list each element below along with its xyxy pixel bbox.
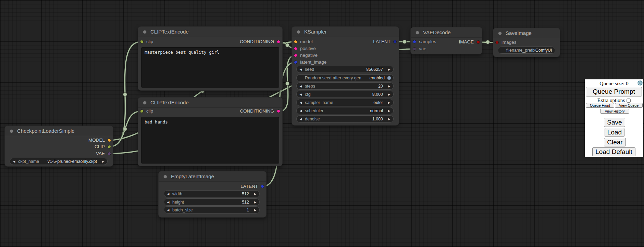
random-seed-toggle-widget[interactable]: Random seed after every gen enabled (296, 74, 394, 81)
wire-midpoint-dot[interactable] (486, 40, 490, 44)
steps-widget[interactable]: ◀ steps 20 ▶ (296, 82, 394, 90)
wire-midpoint-dot[interactable] (403, 40, 407, 44)
slot-label: LATENT (240, 184, 258, 189)
queue-front-button[interactable]: Queue Front (586, 103, 614, 108)
increment-arrow-icon[interactable]: ▶ (99, 160, 107, 163)
input-dot-latent-image[interactable] (294, 61, 297, 64)
load-default-button[interactable]: Load Default (592, 147, 635, 156)
output-dot-conditioning[interactable] (277, 109, 280, 113)
node-empty-latent-image[interactable]: EmptyLatentImage LATENT ◀ width 512 ▶ ◀ … (159, 171, 266, 217)
node-vae-decode[interactable]: VAEDecode samples vae IMAGE (411, 27, 482, 54)
node-graph-canvas[interactable]: CheckpointLoaderSimple MODEL CLIP VAE ◀ … (0, 0, 644, 247)
extra-options-checkbox[interactable] (627, 99, 631, 103)
output-dot-conditioning[interactable] (277, 40, 280, 43)
decrement-arrow-icon[interactable]: ◀ (297, 117, 305, 121)
input-dot-negative[interactable] (294, 54, 297, 57)
decrement-arrow-icon[interactable]: ◀ (297, 109, 305, 113)
node-title-bar[interactable]: SaveImage (493, 28, 560, 38)
increment-arrow-icon[interactable]: ▶ (251, 208, 259, 212)
scheduler-widget[interactable]: ◀ scheduler normal ▶ (296, 107, 394, 114)
node-title-bar[interactable]: VAEDecode (411, 27, 482, 38)
decrement-arrow-icon[interactable]: ◀ (297, 68, 305, 71)
output-dot-image[interactable] (476, 40, 480, 44)
increment-arrow-icon[interactable]: ▶ (251, 200, 259, 204)
increment-arrow-icon[interactable]: ▶ (385, 93, 393, 96)
decrement-arrow-icon[interactable]: ◀ (164, 192, 172, 196)
input-dot-clip[interactable] (140, 109, 144, 113)
node-collapse-dot-icon[interactable] (163, 175, 167, 179)
node-title-bar[interactable]: CheckpointLoaderSimple (5, 126, 113, 136)
node-clip-text-encode-positive[interactable]: CLIPTextEncode clip CONDITIONING masterp… (138, 27, 282, 90)
wire-midpoint-dot[interactable] (286, 82, 289, 86)
input-dot-positive[interactable] (294, 47, 297, 50)
view-queue-button[interactable]: View Queue (615, 103, 643, 108)
height-widget[interactable]: ◀ height 512 ▶ (164, 198, 260, 206)
increment-arrow-icon[interactable]: ▶ (385, 84, 393, 88)
clear-button[interactable]: Clear (604, 138, 626, 146)
node-collapse-dot-icon[interactable] (143, 101, 147, 105)
decrement-arrow-icon[interactable]: ◀ (164, 208, 172, 212)
node-collapse-dot-icon[interactable] (416, 31, 419, 35)
node-title: EmptyLatentImage (171, 173, 214, 179)
input-dot-model[interactable] (294, 40, 297, 43)
cfg-widget[interactable]: ◀ cfg 8.000 ▶ (296, 91, 394, 98)
toggle-enabled-dot-icon[interactable] (387, 76, 391, 80)
input-dot-vae[interactable] (413, 47, 416, 51)
denoise-widget[interactable]: ◀ denoise 1.000 ▶ (296, 115, 394, 122)
width-widget[interactable]: ◀ width 512 ▶ (164, 190, 260, 197)
wire-midpoint-dot[interactable] (123, 93, 127, 96)
increment-arrow-icon[interactable]: ▶ (385, 117, 393, 121)
wire-midpoint-dot[interactable] (123, 127, 127, 131)
sampler-name-widget[interactable]: ◀ sampler_name euler ▶ (296, 99, 394, 106)
node-checkpoint-loader-simple[interactable]: CheckpointLoaderSimple MODEL CLIP VAE ◀ … (5, 126, 113, 166)
input-dot-samples[interactable] (413, 40, 416, 43)
wire-midpoint-dot[interactable] (286, 43, 289, 47)
batch-size-widget[interactable]: ◀ batch_size 1 ▶ (164, 206, 260, 213)
increment-arrow-icon[interactable]: ▶ (385, 68, 393, 71)
filename-prefix-widget[interactable]: filename_prefix ComfyUI (498, 47, 555, 54)
decrement-arrow-icon[interactable]: ◀ (297, 84, 305, 88)
decrement-arrow-icon[interactable]: ◀ (164, 200, 172, 204)
decrement-arrow-icon[interactable]: ◀ (10, 160, 18, 163)
output-dot-latent[interactable] (261, 185, 264, 188)
seed-widget[interactable]: ◀ seed 8566257 ▶ (296, 66, 394, 73)
input-slot-model: model (292, 39, 313, 44)
widget-value: 8566257 (366, 67, 385, 72)
ckpt-name-widget[interactable]: ◀ ckpt_name v1-5-pruned-emaonly.ckpt ▶ (10, 158, 108, 165)
widget-label: height (172, 200, 184, 205)
slot-label: clip (146, 108, 153, 114)
node-collapse-dot-icon[interactable] (498, 31, 502, 35)
node-title-bar[interactable]: KSampler (292, 27, 399, 37)
output-dot-model[interactable] (108, 139, 111, 142)
view-history-button[interactable]: View History (600, 109, 629, 114)
output-slot-clip: CLIP (95, 144, 113, 150)
save-button[interactable]: Save (604, 118, 625, 127)
extra-options-label: Extra options (597, 98, 625, 103)
output-dot-latent[interactable] (393, 40, 397, 43)
node-clip-text-encode-negative[interactable]: CLIPTextEncode clip CONDITIONING bad han… (138, 98, 282, 166)
decrement-arrow-icon[interactable]: ◀ (297, 93, 305, 96)
increment-arrow-icon[interactable]: ▶ (385, 101, 393, 104)
input-slot-samples: samples (411, 39, 436, 44)
increment-arrow-icon[interactable]: ▶ (385, 109, 393, 113)
node-title-bar[interactable]: CLIPTextEncode (138, 98, 282, 108)
node-title-bar[interactable]: EmptyLatentImage (159, 171, 266, 182)
node-ksampler[interactable]: KSampler model positive negative latent_… (292, 27, 399, 125)
increment-arrow-icon[interactable]: ▶ (251, 192, 259, 196)
queue-prompt-button[interactable]: Queue Prompt (586, 87, 642, 96)
node-title: SaveImage (506, 30, 532, 36)
node-collapse-dot-icon[interactable] (10, 129, 13, 133)
settings-gear-icon[interactable] (637, 80, 643, 86)
output-dot-clip[interactable] (108, 145, 111, 148)
load-button[interactable]: Load (605, 128, 624, 137)
node-title-bar[interactable]: CLIPTextEncode (138, 27, 282, 37)
prompt-textarea[interactable]: masterpiece best quality girl (141, 47, 279, 88)
input-dot-clip[interactable] (140, 40, 144, 43)
node-collapse-dot-icon[interactable] (143, 30, 147, 34)
input-dot-images[interactable] (495, 41, 499, 44)
node-save-image[interactable]: SaveImage images filename_prefix ComfyUI (493, 28, 560, 57)
output-dot-vae[interactable] (108, 152, 111, 155)
prompt-textarea[interactable]: bad hands (141, 117, 279, 164)
node-collapse-dot-icon[interactable] (297, 30, 300, 34)
decrement-arrow-icon[interactable]: ◀ (297, 101, 305, 104)
